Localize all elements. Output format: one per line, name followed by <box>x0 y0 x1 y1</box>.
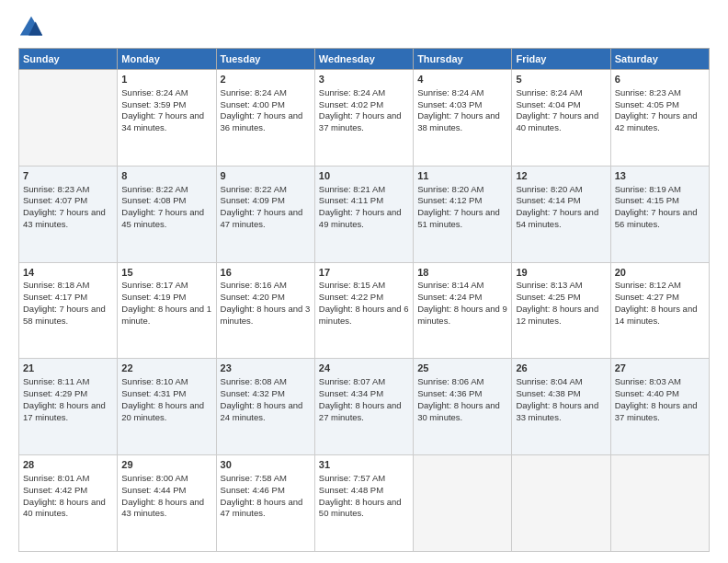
daylight: Daylight: 7 hours and 42 minutes. <box>615 110 698 132</box>
calendar-cell: 19Sunrise: 8:13 AMSunset: 4:25 PMDayligh… <box>512 262 610 359</box>
calendar-cell: 1Sunrise: 8:24 AMSunset: 3:59 PMDaylight… <box>118 70 216 167</box>
calendar-header: SundayMondayTuesdayWednesdayThursdayFrid… <box>19 49 710 70</box>
calendar-cell: 22Sunrise: 8:10 AMSunset: 4:31 PMDayligh… <box>118 359 216 455</box>
calendar-cell: 26Sunrise: 8:04 AMSunset: 4:38 PMDayligh… <box>512 359 610 455</box>
sunset: Sunset: 4:20 PM <box>221 292 285 302</box>
daylight: Daylight: 8 hours and 1 minute. <box>121 304 211 326</box>
calendar-cell: 4Sunrise: 8:24 AMSunset: 4:03 PMDaylight… <box>414 70 512 167</box>
sunrise: Sunrise: 8:03 AM <box>615 376 681 386</box>
logo-icon <box>18 15 44 40</box>
daylight: Daylight: 7 hours and 51 minutes. <box>417 207 500 229</box>
sunrise: Sunrise: 8:01 AM <box>23 473 89 483</box>
header-cell-monday: Monday <box>118 49 216 70</box>
day-number: 6 <box>615 73 705 86</box>
sunrise: Sunrise: 8:17 AM <box>121 280 188 290</box>
sunrise: Sunrise: 8:15 AM <box>319 280 385 290</box>
day-number: 26 <box>516 362 606 375</box>
daylight: Daylight: 7 hours and 37 minutes. <box>319 110 402 132</box>
calendar-cell: 28Sunrise: 8:01 AMSunset: 4:42 PMDayligh… <box>19 455 118 552</box>
daylight: Daylight: 8 hours and 33 minutes. <box>516 400 598 422</box>
day-number: 24 <box>319 362 409 375</box>
sunset: Sunset: 4:09 PM <box>221 195 285 205</box>
week-row-0: 1Sunrise: 8:24 AMSunset: 3:59 PMDaylight… <box>19 70 710 167</box>
sunrise: Sunrise: 8:12 AM <box>615 280 681 290</box>
daylight: Daylight: 8 hours and 30 minutes. <box>417 400 500 422</box>
sunset: Sunset: 4:19 PM <box>121 292 186 302</box>
daylight: Daylight: 7 hours and 49 minutes. <box>319 207 402 229</box>
day-number: 16 <box>221 266 311 280</box>
daylight: Daylight: 7 hours and 54 minutes. <box>516 207 598 229</box>
sunset: Sunset: 4:12 PM <box>417 195 482 205</box>
day-number: 23 <box>221 362 311 375</box>
day-number: 8 <box>121 169 211 183</box>
calendar-cell: 20Sunrise: 8:12 AMSunset: 4:27 PMDayligh… <box>610 262 709 359</box>
daylight: Daylight: 7 hours and 47 minutes. <box>221 207 303 229</box>
header-cell-wednesday: Wednesday <box>314 49 413 70</box>
week-row-1: 7Sunrise: 8:23 AMSunset: 4:07 PMDaylight… <box>19 166 710 262</box>
sunset: Sunset: 4:05 PM <box>615 99 679 109</box>
day-number: 13 <box>615 169 705 183</box>
day-number: 27 <box>615 362 705 375</box>
sunrise: Sunrise: 8:18 AM <box>23 280 89 290</box>
sunset: Sunset: 4:15 PM <box>615 195 679 205</box>
daylight: Daylight: 8 hours and 17 minutes. <box>23 400 106 422</box>
sunrise: Sunrise: 8:24 AM <box>516 87 582 98</box>
sunset: Sunset: 4:40 PM <box>615 388 679 398</box>
sunset: Sunset: 4:03 PM <box>417 99 482 109</box>
daylight: Daylight: 8 hours and 40 minutes. <box>23 497 106 519</box>
day-number: 21 <box>23 362 113 375</box>
calendar-cell: 7Sunrise: 8:23 AMSunset: 4:07 PMDaylight… <box>19 166 118 262</box>
day-number: 19 <box>516 266 606 280</box>
sunrise: Sunrise: 8:23 AM <box>615 87 681 98</box>
sunset: Sunset: 4:48 PM <box>319 485 383 495</box>
sunrise: Sunrise: 8:21 AM <box>319 184 385 194</box>
calendar-cell: 24Sunrise: 8:07 AMSunset: 4:34 PMDayligh… <box>314 359 413 455</box>
day-number: 2 <box>221 73 311 86</box>
daylight: Daylight: 7 hours and 45 minutes. <box>121 207 204 229</box>
sunset: Sunset: 4:04 PM <box>516 99 580 109</box>
daylight: Daylight: 8 hours and 14 minutes. <box>615 304 698 326</box>
daylight: Daylight: 7 hours and 43 minutes. <box>23 207 106 229</box>
sunrise: Sunrise: 8:24 AM <box>121 87 188 98</box>
sunrise: Sunrise: 8:04 AM <box>516 376 582 386</box>
sunrise: Sunrise: 8:22 AM <box>121 184 188 194</box>
calendar-cell <box>414 455 512 552</box>
daylight: Daylight: 8 hours and 6 minutes. <box>319 304 409 326</box>
day-number: 15 <box>121 266 211 280</box>
day-number: 31 <box>319 458 409 472</box>
calendar-cell: 2Sunrise: 8:24 AMSunset: 4:00 PMDaylight… <box>216 70 314 167</box>
daylight: Daylight: 8 hours and 24 minutes. <box>221 400 303 422</box>
sunrise: Sunrise: 8:07 AM <box>319 376 385 386</box>
header-cell-sunday: Sunday <box>19 49 118 70</box>
week-row-2: 14Sunrise: 8:18 AMSunset: 4:17 PMDayligh… <box>19 262 710 359</box>
header-cell-saturday: Saturday <box>610 49 709 70</box>
calendar-cell: 21Sunrise: 8:11 AMSunset: 4:29 PMDayligh… <box>19 359 118 455</box>
sunset: Sunset: 4:17 PM <box>23 292 87 302</box>
sunset: Sunset: 4:29 PM <box>23 388 87 398</box>
day-number: 11 <box>417 169 507 183</box>
sunset: Sunset: 4:22 PM <box>319 292 383 302</box>
calendar-cell <box>512 455 610 552</box>
week-row-4: 28Sunrise: 8:01 AMSunset: 4:42 PMDayligh… <box>19 455 710 552</box>
day-number: 9 <box>221 169 311 183</box>
day-number: 25 <box>417 362 507 375</box>
calendar-cell: 12Sunrise: 8:20 AMSunset: 4:14 PMDayligh… <box>512 166 610 262</box>
sunrise: Sunrise: 8:14 AM <box>417 280 483 290</box>
sunrise: Sunrise: 8:08 AM <box>221 376 287 386</box>
calendar-cell: 25Sunrise: 8:06 AMSunset: 4:36 PMDayligh… <box>414 359 512 455</box>
sunset: Sunset: 4:42 PM <box>23 485 87 495</box>
daylight: Daylight: 8 hours and 43 minutes. <box>121 497 204 519</box>
day-number: 18 <box>417 266 507 280</box>
sunset: Sunset: 4:00 PM <box>221 99 285 109</box>
calendar-cell: 11Sunrise: 8:20 AMSunset: 4:12 PMDayligh… <box>414 166 512 262</box>
day-number: 30 <box>221 458 311 472</box>
calendar-cell: 17Sunrise: 8:15 AMSunset: 4:22 PMDayligh… <box>314 262 413 359</box>
daylight: Daylight: 8 hours and 50 minutes. <box>319 497 402 519</box>
day-number: 14 <box>23 266 113 280</box>
day-number: 28 <box>23 458 113 472</box>
day-number: 10 <box>319 169 409 183</box>
calendar-cell: 30Sunrise: 7:58 AMSunset: 4:46 PMDayligh… <box>216 455 314 552</box>
sunrise: Sunrise: 8:24 AM <box>319 87 385 98</box>
sunrise: Sunrise: 8:22 AM <box>221 184 287 194</box>
sunrise: Sunrise: 8:13 AM <box>516 280 582 290</box>
